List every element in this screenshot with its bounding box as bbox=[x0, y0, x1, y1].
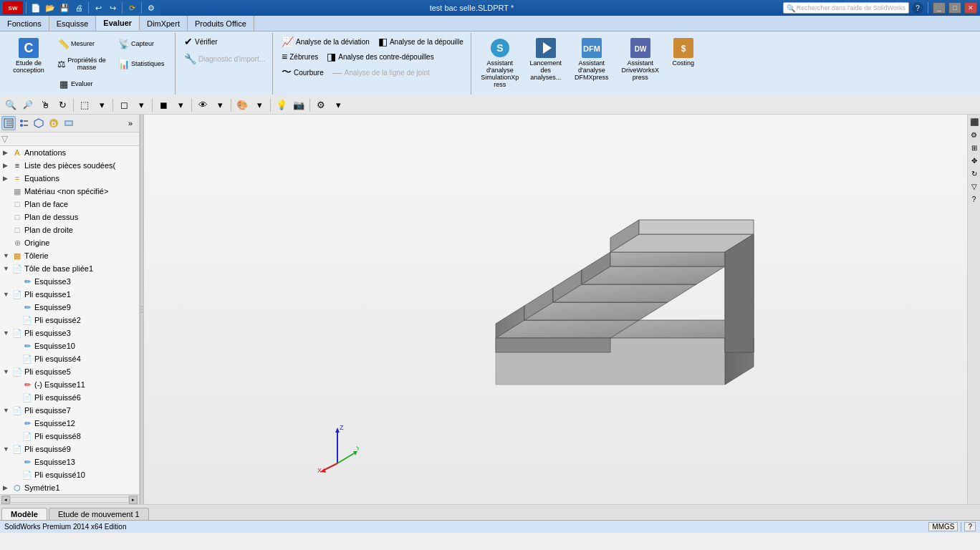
driveworks-btn[interactable]: DW Assistant DriveWorksXpress bbox=[618, 34, 663, 83]
verifier-btn[interactable]: ✔ Vérifier bbox=[181, 34, 221, 49]
pan-btn[interactable]: 🖱 bbox=[37, 97, 53, 113]
search-input[interactable]: 🔍 Rechercher dans l'aide de SolidWorks bbox=[783, 2, 909, 14]
tree-expand-17[interactable]: ▼ bbox=[3, 368, 11, 375]
dfm-btn[interactable]: DFM Assistant d'analyse DFMXpress bbox=[569, 34, 615, 83]
tree-item-24[interactable]: ✏Esquisse13 bbox=[0, 455, 139, 468]
rotate-rp-btn[interactable]: ↻ bbox=[969, 168, 980, 179]
tab-evaluer[interactable]: Evaluer bbox=[96, 16, 140, 31]
section-dropdown[interactable]: ▾ bbox=[133, 97, 149, 113]
display-dropdown[interactable]: ▾ bbox=[173, 97, 188, 113]
zebrures-btn[interactable]: ≡ Zébrures bbox=[279, 49, 321, 64]
scroll-right-btn[interactable]: ▸ bbox=[129, 496, 138, 504]
tree-item-7[interactable]: ⊕Origine bbox=[0, 236, 139, 249]
save-btn[interactable]: 💾 bbox=[58, 1, 71, 14]
filter-rp-btn[interactable]: ▽ bbox=[969, 180, 980, 192]
view-orient-dropdown[interactable]: ▾ bbox=[94, 97, 110, 113]
tree-expand-23[interactable]: ▼ bbox=[3, 445, 11, 453]
redo-btn[interactable]: ↪ bbox=[106, 1, 119, 14]
rebuild-btn[interactable]: ⟳ bbox=[125, 1, 138, 14]
dimxpert-mgr-btn[interactable]: D bbox=[47, 116, 61, 130]
depouille-btn[interactable]: ◧ Analyse de la dépouille bbox=[375, 34, 466, 49]
3d-viewport[interactable]: Z Y X bbox=[144, 115, 967, 504]
appearance-dropdown[interactable]: ▾ bbox=[251, 97, 267, 113]
lancement-btn[interactable]: Lancement des analyses... bbox=[526, 34, 566, 83]
minimize-btn[interactable]: _ bbox=[933, 2, 946, 14]
tree-item-26[interactable]: ▶⬡Symétrie1 bbox=[0, 481, 139, 494]
courbure-btn[interactable]: 〜 Courbure bbox=[279, 64, 327, 80]
help-rp-btn[interactable]: ? bbox=[969, 193, 980, 205]
new-btn[interactable]: 📄 bbox=[29, 1, 42, 14]
tree-item-2[interactable]: ▶=Equations bbox=[0, 172, 139, 185]
tree-item-22[interactable]: 📄Pli esquissé8 bbox=[0, 430, 139, 443]
config-mgr-btn[interactable] bbox=[32, 116, 46, 130]
tree-item-16[interactable]: 📄Pli esquissé4 bbox=[0, 352, 139, 365]
properties-btn[interactable] bbox=[16, 116, 31, 130]
maximize-btn[interactable]: □ bbox=[948, 2, 961, 14]
tree-item-20[interactable]: ▼📄Pli esquisse7 bbox=[0, 404, 139, 417]
tree-item-14[interactable]: ▼📄Pli esquisse3 bbox=[0, 327, 139, 339]
tree-item-18[interactable]: ✏(-) Esquisse11 bbox=[0, 378, 139, 391]
view-settings-rp-btn[interactable]: ⚙ bbox=[969, 129, 980, 140]
proprietes-section-btn[interactable]: ▦ Evaluer bbox=[53, 74, 110, 93]
tree-item-19[interactable]: 📄Pli esquissé6 bbox=[0, 391, 139, 404]
deviation-btn[interactable]: 📈 Analyse de la déviation bbox=[279, 34, 373, 49]
tree-item-12[interactable]: ✏Esquisse9 bbox=[0, 301, 139, 314]
tab-dimxpert[interactable]: DimXpert bbox=[140, 16, 188, 31]
capteur-btn[interactable]: 📡 Capteur bbox=[113, 34, 170, 53]
lights-btn[interactable]: 💡 bbox=[274, 97, 289, 113]
feature-tree[interactable]: ▶AAnnotations▶≡Liste des pièces soudées(… bbox=[0, 146, 139, 494]
tree-expand-2[interactable]: ▶ bbox=[3, 175, 11, 182]
tab-produits-office[interactable]: Produits Office bbox=[188, 16, 254, 31]
tree-item-4[interactable]: □Plan de face bbox=[0, 198, 139, 211]
proprietes-masse-btn[interactable]: ⚖ Propriétés de masse bbox=[53, 54, 110, 73]
view-orient-btn[interactable]: ⬚ bbox=[77, 97, 92, 113]
etude-conception-btn[interactable]: C Etude de conception bbox=[7, 34, 50, 76]
tab-esquisse[interactable]: Esquisse bbox=[49, 16, 97, 31]
zoom-out-btn[interactable]: 🔎 bbox=[20, 97, 36, 113]
tab-etude-mouvement[interactable]: Etude de mouvement 1 bbox=[49, 508, 149, 520]
display-style-btn[interactable]: ◼ bbox=[155, 97, 171, 113]
tree-expand-0[interactable]: ▶ bbox=[3, 149, 11, 156]
statistiques-btn[interactable]: 📊 Statistiques bbox=[113, 54, 170, 73]
rotate-btn[interactable]: ↻ bbox=[54, 97, 70, 113]
tree-item-25[interactable]: 📄Pli esquissé10 bbox=[0, 468, 139, 481]
expand-panel-btn[interactable]: » bbox=[123, 116, 138, 130]
zoom-fit-btn[interactable]: ⊞ bbox=[969, 142, 980, 153]
simulation-btn[interactable]: S Assistant d'analyse SimulationXpress bbox=[477, 34, 523, 90]
tree-item-11[interactable]: ▼📄Pli esquisse1 bbox=[0, 288, 139, 301]
tab-fonctions[interactable]: Fonctions bbox=[0, 16, 49, 31]
tree-item-17[interactable]: ▼📄Pli esquisse5 bbox=[0, 365, 139, 378]
hide-dropdown[interactable]: ▾ bbox=[212, 97, 228, 113]
contre-depouilles-btn[interactable]: ◨ Analyse des contre-dépouilles bbox=[324, 49, 436, 64]
open-btn[interactable]: 📂 bbox=[44, 1, 57, 14]
tree-item-23[interactable]: ▼📄Pli esquissé9 bbox=[0, 443, 139, 455]
print-btn[interactable]: 🖨 bbox=[72, 1, 85, 14]
tree-item-3[interactable]: ▦Matériau <non spécifié> bbox=[0, 185, 139, 198]
tree-expand-1[interactable]: ▶ bbox=[3, 162, 11, 169]
costing-btn[interactable]: $ Costing bbox=[666, 34, 701, 69]
close-btn[interactable]: ✕ bbox=[964, 2, 977, 14]
units-dropdown[interactable]: MMGS bbox=[928, 522, 958, 531]
tree-item-8[interactable]: ▼▦Tôlerie bbox=[0, 249, 139, 262]
undo-btn[interactable]: ↩ bbox=[92, 1, 105, 14]
tree-item-21[interactable]: ✏Esquisse12 bbox=[0, 417, 139, 430]
diagnostic-btn[interactable]: 🔧 Diagnostic d'import... bbox=[181, 52, 268, 66]
ligne-joint-btn[interactable]: — Analyse de la ligne de joint bbox=[330, 64, 433, 80]
tab-modele[interactable]: Modèle bbox=[1, 508, 47, 520]
scroll-left-btn[interactable]: ◂ bbox=[1, 496, 10, 504]
help-status-btn[interactable]: ? bbox=[964, 522, 976, 531]
cameras-btn[interactable]: 📷 bbox=[291, 97, 307, 113]
tree-expand-9[interactable]: ▼ bbox=[3, 265, 11, 272]
appearance-btn[interactable]: 🎨 bbox=[234, 97, 250, 113]
tree-expand-8[interactable]: ▼ bbox=[3, 252, 11, 259]
tree-item-5[interactable]: □Plan de dessus bbox=[0, 211, 139, 223]
help-btn[interactable]: ? bbox=[912, 2, 923, 14]
tree-item-15[interactable]: ✏Esquisse10 bbox=[0, 339, 139, 352]
zoom-in-btn[interactable]: 🔍 bbox=[3, 97, 19, 113]
tree-item-13[interactable]: 📄Pli esquissé2 bbox=[0, 314, 139, 327]
display-mgr-btn[interactable] bbox=[62, 116, 76, 130]
mesurer-btn[interactable]: 📏 Mesurer bbox=[53, 34, 110, 53]
view-cube-btn[interactable]: ⬛ bbox=[969, 116, 980, 127]
tree-expand-26[interactable]: ▶ bbox=[3, 484, 11, 491]
panel-hscroll[interactable]: ◂ ▸ bbox=[1, 496, 138, 504]
